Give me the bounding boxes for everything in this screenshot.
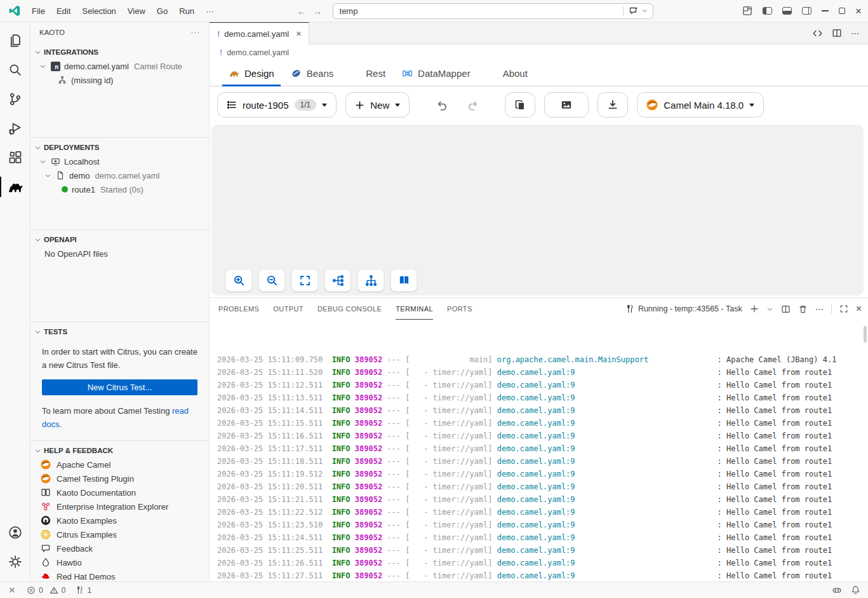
new-route-dropdown[interactable]: New	[345, 92, 410, 118]
deployment-host-row[interactable]: Localhost	[30, 154, 209, 168]
editor-more-actions-icon[interactable]: ⋯	[851, 29, 859, 38]
deployments-header[interactable]: DEPLOYMENTS	[30, 140, 209, 154]
copy-flow-button[interactable]	[505, 92, 535, 118]
terminal-scrollbar[interactable]	[864, 326, 867, 343]
chevron-down-icon	[395, 104, 400, 107]
terminal-log-line: 2026-03-25 15:11:13.511 INFO 389052 --- …	[217, 391, 868, 404]
run-debug-icon[interactable]	[0, 114, 30, 143]
extensions-icon[interactable]	[0, 143, 30, 172]
panel-tab[interactable]: TERMINAL	[396, 298, 433, 320]
sidebar-more-actions[interactable]: ···	[191, 29, 201, 36]
remote-icon	[8, 586, 17, 595]
command-center-search[interactable]	[333, 3, 653, 19]
kaoto-tab[interactable]: Beans	[284, 61, 340, 86]
integrations-header[interactable]: INTEGRATIONS	[30, 45, 209, 59]
deployment-route-row[interactable]: route1 Started (0s)	[30, 182, 209, 196]
kill-terminal-icon[interactable]	[798, 304, 808, 314]
new-citrus-test-button[interactable]: New Citrus Test...	[42, 379, 197, 395]
deployment-app-row[interactable]: demo demo.camel.yaml	[30, 168, 209, 182]
terminal-output[interactable]: 2026-03-25 15:11:09.750 INFO 389052 --- …	[210, 320, 868, 581]
integration-route-row[interactable]: (missing id)	[30, 73, 209, 87]
new-terminal-icon[interactable]	[750, 304, 759, 313]
zoom-in-button[interactable]	[225, 269, 252, 292]
export-image-button[interactable]	[544, 92, 589, 118]
panel-tab[interactable]: OUTPUT	[273, 298, 304, 320]
help-link[interactable]: Kaoto Documentation	[30, 486, 209, 499]
kaoto-tab[interactable]: About	[481, 61, 534, 86]
help-link[interactable]: Apache Camel	[30, 458, 209, 472]
breadcrumb[interactable]: ! demo.camel.yaml	[210, 44, 868, 61]
integration-file-row[interactable]: R demo.camel.yaml Camel Route	[30, 59, 209, 73]
tab-close-icon[interactable]: ×	[296, 29, 301, 39]
toggle-secondary-sidebar-icon[interactable]	[802, 7, 811, 15]
panel-more-actions-icon[interactable]: ⋯	[815, 304, 824, 314]
toggle-panel-icon[interactable]	[782, 7, 792, 15]
nav-forward-icon[interactable]: →	[313, 6, 323, 17]
chevron-down-icon	[641, 8, 648, 14]
menu-overflow[interactable]: ···	[201, 4, 219, 18]
search-input[interactable]	[333, 6, 623, 16]
toggle-primary-sidebar-icon[interactable]	[763, 7, 772, 15]
customize-layout-icon[interactable]	[742, 6, 752, 16]
running-task-label[interactable]: Running - temp::43565 - Task	[625, 304, 742, 313]
window-maximize-button[interactable]	[839, 8, 845, 14]
settings-gear-icon[interactable]	[0, 547, 30, 576]
nav-back-icon[interactable]: ←	[297, 6, 307, 17]
window-close-button[interactable]: ×	[855, 6, 862, 17]
kaoto-tab[interactable]: Design	[222, 61, 281, 86]
help-link[interactable]: Kaoto Examples	[30, 513, 209, 527]
close-panel-icon[interactable]: ×	[856, 303, 862, 315]
route-selector-dropdown[interactable]: route-1905 1/1	[217, 92, 337, 118]
copilot-chat-button[interactable]	[624, 6, 653, 16]
menu-run[interactable]: Run	[174, 4, 199, 18]
menu-view[interactable]: View	[123, 4, 150, 18]
help-feedback-header[interactable]: HELP & FEEDBACK	[30, 444, 209, 458]
split-terminal-icon[interactable]	[781, 304, 791, 314]
editor-tab-demo-camel-yaml[interactable]: ! demo.camel.yaml ×	[210, 22, 309, 44]
source-control-icon[interactable]	[0, 85, 30, 114]
notifications-bell-icon[interactable]	[851, 585, 860, 595]
help-link[interactable]: Citrus Examples	[30, 527, 209, 541]
menu-edit[interactable]: Edit	[51, 4, 76, 18]
undo-button[interactable]	[431, 94, 453, 116]
redo-button[interactable]	[462, 94, 483, 116]
menu-go[interactable]: Go	[152, 4, 173, 18]
download-button[interactable]	[598, 92, 628, 118]
fit-to-screen-button[interactable]	[291, 269, 318, 292]
account-icon[interactable]	[0, 518, 30, 547]
tests-header[interactable]: TESTS	[30, 325, 209, 339]
terminal-log-line: 2026-03-25 15:11:12.511 INFO 389052 --- …	[217, 379, 868, 391]
open-source-code-icon[interactable]	[812, 28, 823, 39]
deployments-section: DEPLOYMENTS Localhost demo demo.camel.ya…	[30, 137, 209, 229]
zoom-out-button[interactable]	[258, 269, 285, 292]
problems-indicator[interactable]: 0 0	[27, 586, 65, 595]
catalog-button[interactable]	[391, 269, 417, 292]
kaoto-tab[interactable]: DataMapper	[396, 61, 477, 86]
help-link[interactable]: Red Hat Demos	[30, 569, 209, 581]
help-link[interactable]: Hawtio	[30, 555, 209, 569]
kaoto-camel-icon[interactable]	[0, 172, 30, 201]
terminal-dropdown-icon[interactable]	[766, 306, 773, 313]
panel-tab[interactable]: PORTS	[447, 298, 472, 320]
openapi-header[interactable]: OPENAPI	[30, 233, 209, 247]
kaoto-design-canvas[interactable]	[211, 125, 864, 296]
copilot-status-icon[interactable]	[832, 585, 842, 595]
window-minimize-button[interactable]	[822, 10, 829, 11]
help-link[interactable]: Feedback	[30, 541, 209, 555]
menu-file[interactable]: File	[27, 4, 50, 18]
vertical-layout-button[interactable]	[357, 269, 384, 292]
maximize-panel-icon[interactable]	[839, 304, 848, 313]
menu-selection[interactable]: Selection	[77, 4, 121, 18]
split-editor-icon[interactable]	[832, 28, 842, 38]
horizontal-layout-button[interactable]	[324, 269, 351, 292]
kaoto-tab[interactable]: Rest	[344, 61, 392, 86]
panel-tab[interactable]: PROBLEMS	[218, 298, 259, 320]
explorer-icon[interactable]	[0, 26, 30, 55]
help-link[interactable]: Camel Testing Plugin	[30, 472, 209, 486]
panel-tab[interactable]: DEBUG CONSOLE	[317, 298, 382, 320]
runtime-selector-dropdown[interactable]: Camel Main 4.18.0	[637, 92, 764, 118]
help-link[interactable]: Enterprise Integration Explorer	[30, 499, 209, 513]
remote-indicator[interactable]	[8, 586, 17, 595]
search-icon[interactable]	[0, 55, 30, 85]
fork-count-indicator[interactable]: 1	[76, 586, 91, 595]
